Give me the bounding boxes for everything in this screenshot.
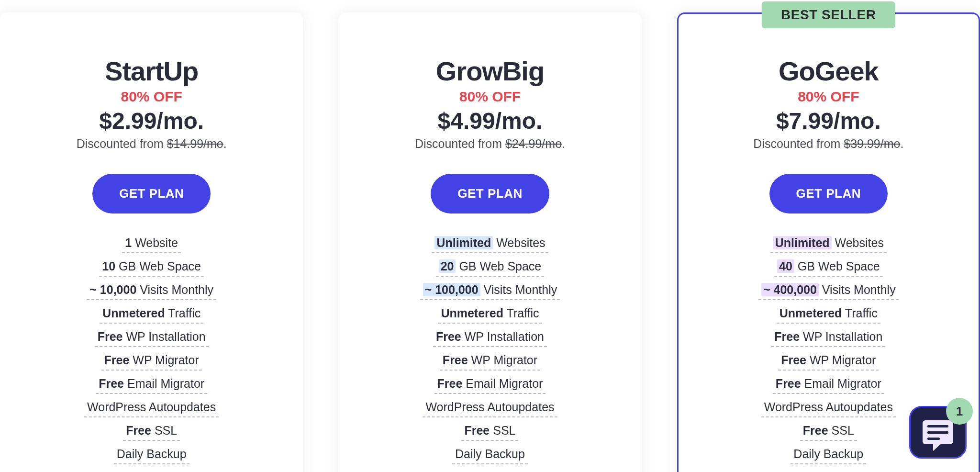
feature-item: Unmetered Traffic [100, 305, 203, 324]
feature-item: Free WP Installation [95, 328, 209, 347]
feature-item: ~ 100,000 Visits Monthly [420, 281, 560, 300]
feature-item: Unlimited Websites [432, 235, 548, 253]
plan-card-startup: StartUp80% OFF$2.99/mo.Discounted from $… [0, 12, 303, 472]
feature-item: Free CDN [460, 469, 520, 472]
plan-name: StartUp [24, 56, 279, 87]
feature-item: Free Email Migrator [434, 375, 546, 394]
feature-item: 20 GB Web Space [436, 258, 545, 277]
plan-name: GrowBig [362, 56, 617, 87]
plan-price: $4.99/mo. [362, 108, 617, 134]
feature-item: Daily Backup [452, 446, 528, 464]
plan-discount: 80% OFF [362, 89, 617, 105]
feature-item: Free Email Migrator [96, 375, 207, 394]
plan-card-gogeek: BEST SELLERGoGeek80% OFF$7.99/mo.Discoun… [677, 12, 980, 472]
feature-item: Free WP Installation [771, 328, 885, 347]
plan-price: $2.99/mo. [24, 108, 279, 134]
feature-item: ~ 10,000 Visits Monthly [87, 281, 216, 300]
plan-original-price: Discounted from $39.99/mo. [702, 137, 955, 151]
feature-item: Free SSL [123, 422, 180, 441]
feature-item: Free WP Migrator [778, 352, 879, 371]
get-plan-button[interactable]: GET PLAN [431, 174, 549, 214]
feature-item: Free CDN [122, 469, 182, 472]
feature-item: Unmetered Traffic [438, 305, 542, 324]
chat-unread-badge: 1 [946, 398, 973, 425]
feature-item: WordPress Autoupdates [84, 399, 219, 417]
feature-item: 10 GB Web Space [99, 258, 204, 277]
plan-original-price: Discounted from $14.99/mo. [24, 137, 279, 151]
plan-features: Unlimited Websites20 GB Web Space~ 100,0… [362, 235, 617, 472]
feature-item: WordPress Autoupdates [761, 399, 896, 417]
plan-price: $7.99/mo. [702, 108, 955, 134]
plan-discount: 80% OFF [702, 89, 955, 105]
plan-discount: 80% OFF [24, 89, 279, 105]
feature-item: Free WP Installation [433, 328, 547, 347]
feature-item: Daily Backup [114, 446, 189, 464]
plan-features: 1 Website10 GB Web Space~ 10,000 Visits … [24, 235, 279, 472]
feature-item: Daily Backup [791, 446, 866, 464]
feature-item: 1 Website [122, 235, 181, 253]
pricing-row: StartUp80% OFF$2.99/mo.Discounted from $… [0, 0, 980, 472]
feature-item: ~ 400,000 Visits Monthly [758, 281, 899, 300]
feature-item: Free WP Migrator [440, 352, 540, 371]
get-plan-button[interactable]: GET PLAN [769, 174, 888, 214]
chat-icon [923, 420, 953, 444]
feature-item: Unmetered Traffic [777, 305, 880, 324]
feature-item: 40 GB Web Space [774, 258, 883, 277]
plan-original-price: Discounted from $24.99/mo. [362, 137, 617, 151]
feature-item: Free SSL [800, 422, 857, 441]
get-plan-button[interactable]: GET PLAN [92, 174, 211, 214]
feature-item: Free Email Migrator [773, 375, 884, 394]
feature-item: Free SSL [461, 422, 518, 441]
feature-item: Free WP Migrator [101, 352, 202, 371]
feature-item: Unlimited Websites [770, 235, 887, 253]
plan-name: GoGeek [702, 56, 955, 87]
feature-item: WordPress Autoupdates [423, 399, 557, 417]
best-seller-badge: BEST SELLER [762, 1, 895, 28]
plan-card-growbig: GrowBig80% OFF$4.99/mo.Discounted from $… [338, 12, 641, 472]
feature-item: Free CDN [798, 469, 858, 472]
chat-widget[interactable]: 1 [909, 406, 967, 459]
